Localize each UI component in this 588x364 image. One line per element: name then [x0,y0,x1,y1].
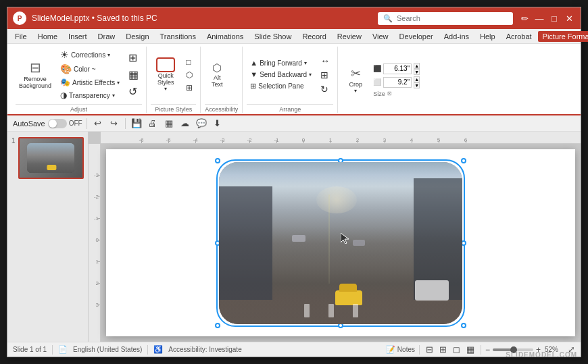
crop-button[interactable]: ✂ Crop ▾ [342,64,369,96]
notes-button[interactable]: 📝 Notes [386,345,415,354]
menu-file[interactable]: File [10,31,32,42]
menu-transitions[interactable]: Transitions [155,31,201,42]
width-up[interactable]: ▲ [414,76,420,82]
menu-record[interactable]: Record [297,31,330,42]
align-button[interactable]: ↔ [317,54,333,68]
accessibility-status[interactable]: Accessibility: Investigate [168,346,241,353]
menu-help[interactable]: Help [475,31,500,42]
qat-share[interactable]: ☁ [178,117,192,130]
rotate-button[interactable]: ↻ [317,82,333,96]
search-input[interactable] [397,14,508,22]
group-button[interactable]: ⊞ [317,68,333,82]
status-sep-3 [419,345,420,355]
change-picture-button[interactable]: ▦ [125,67,142,82]
picture-layout-button[interactable]: ⊞ [182,82,196,94]
height-up[interactable]: ▲ [414,63,420,69]
send-backward-button[interactable]: ▼ Send Backward ▾ [247,69,315,80]
menu-insert[interactable]: Insert [64,31,92,42]
slide-thumbnail[interactable] [18,137,84,179]
selection-pane-icon: ⊞ [250,82,256,90]
size-expand-icon: ⊡ [387,90,392,97]
width-input[interactable] [383,77,412,88]
ruler-v-1: 1 [94,251,100,272]
menu-animations[interactable]: Animations [202,31,248,42]
menu-developer[interactable]: Developer [395,31,438,42]
qat-print[interactable]: 🖨 [146,117,160,130]
arrange-controls: ▲ Bring Forward ▾ ▼ Send Backward ▾ ⊞ Se… [247,47,333,103]
width-label: ⬜ [373,78,381,86]
menu-home[interactable]: Home [33,31,62,42]
artistic-effects-button[interactable]: 🎭 Artistic Effects ▾ [57,76,123,88]
view-reading[interactable]: ◻ [451,344,463,356]
ruler-v-m3: -3 [94,164,100,186]
toggle-thumb [49,120,57,128]
maximize-button[interactable]: □ [548,12,560,24]
menu-review[interactable]: Review [333,31,366,42]
menu-draw[interactable]: Draw [93,31,120,42]
color-button[interactable]: 🎨 Color ~ [57,62,123,76]
menu-addins[interactable]: Add-ins [439,31,474,42]
artistic-icon: 🎭 [60,78,70,87]
picture-border-button[interactable]: □ [182,56,196,68]
height-input[interactable] [383,63,412,74]
qat-save[interactable]: 💾 [130,117,143,130]
vanishing-glow [316,186,357,213]
pen-icon[interactable]: ✏ [518,12,531,24]
status-sep-1 [52,345,53,355]
toggle-track[interactable] [48,119,67,128]
corrections-button[interactable]: ☀ Corrections ▾ [57,48,123,61]
menu-picture-format[interactable]: Picture Format [538,31,588,42]
photo-container[interactable] [219,162,462,324]
app-logo: P [13,11,26,25]
menu-slideshow[interactable]: Slide Show [249,31,296,42]
alt-text-button[interactable]: ⬡ AltText [205,59,229,90]
view-slide-sorter[interactable]: ⊞ [437,344,449,356]
qat-separator-1 [87,118,87,129]
close-button[interactable]: ✕ [563,12,575,24]
picture-effects-button[interactable]: ⬡ [182,69,196,81]
slide-canvas[interactable] [106,149,575,336]
bring-forward-button[interactable]: ▲ Bring Forward ▾ [247,57,315,68]
crop-arrow: ▾ [354,88,357,94]
remove-background-button[interactable]: ⊟ RemoveBackground [16,57,55,92]
adjust-label: Adjust [16,104,142,113]
white-van [415,280,449,301]
qat-more[interactable]: ⬇ [211,117,224,130]
zoom-track[interactable] [493,348,533,351]
view-presenter[interactable]: ▦ [464,344,476,356]
language[interactable]: English (United States) [73,346,142,353]
menu-view[interactable]: View [368,31,393,42]
autosave-toggle[interactable]: OFF [48,119,82,128]
zoom-out-icon[interactable]: − [485,345,490,355]
ruler-v-m1: -1 [94,207,100,229]
transparency-arrow: ▾ [112,93,115,99]
compress-pictures-button[interactable]: ⊞ [125,50,142,66]
selection-pane-button[interactable]: ⊞ Selection Pane [247,80,315,92]
search-box[interactable]: 🔍 [378,12,513,25]
menu-design[interactable]: Design [121,31,153,42]
height-down[interactable]: ▼ [414,69,420,75]
width-down[interactable]: ▼ [414,82,420,88]
status-bar: Slide 1 of 1 📄 English (United States) ♿… [7,342,581,357]
view-normal[interactable]: ⊟ [424,344,436,356]
road-mark-3 [353,304,358,317]
styles-label: Picture Styles [151,104,196,113]
ruler-h-5: -5 [155,137,182,143]
quick-styles-button[interactable]: QuickStyles ▾ [151,55,180,94]
size-dialog-launcher[interactable]: Size ⊡ [373,90,427,97]
thumb-inner [20,138,82,178]
qat-redo[interactable]: ↪ [107,117,121,130]
city-photo [219,162,462,324]
qat-present[interactable]: ▦ [162,117,176,130]
app-window: P SlideModel.pptx • Saved to this PC 🔍 ✏… [7,7,581,357]
minimize-button[interactable]: — [533,12,545,24]
qat-comments[interactable]: 💬 [195,117,208,130]
transparency-button[interactable]: ◑ Transparency ▾ [57,89,123,101]
bring-forward-arrow: ▾ [304,60,307,66]
ribbon-group-arrange: ▲ Bring Forward ▾ ▼ Send Backward ▾ ⊞ Se… [243,47,338,113]
artistic-arrow: ▾ [117,80,120,86]
menu-acrobat[interactable]: Acrobat [501,31,537,42]
qat-undo[interactable]: ↩ [91,117,105,130]
reset-picture-button[interactable]: ↺ [125,84,142,99]
slide-1-item[interactable]: 1 [11,137,84,179]
